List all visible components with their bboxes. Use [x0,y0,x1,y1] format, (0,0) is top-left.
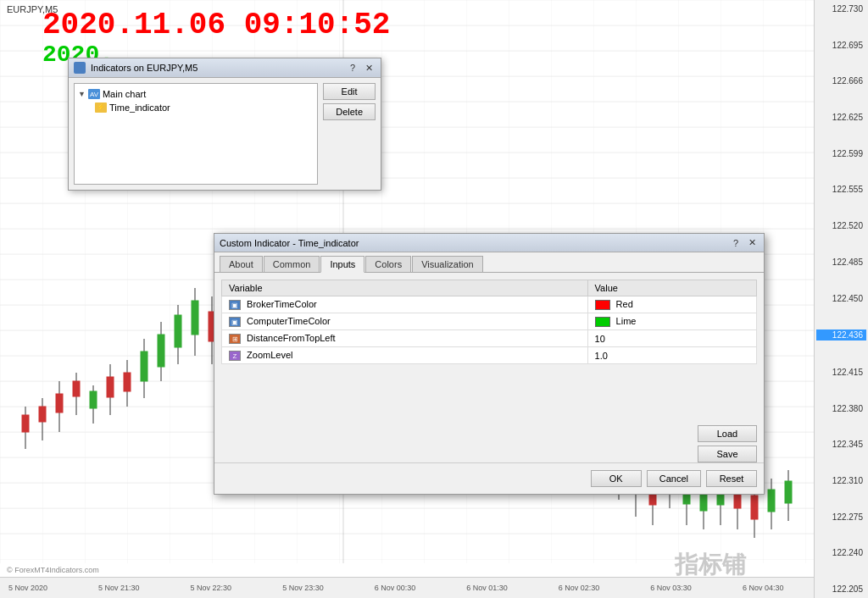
time-indicator-icon: ⚡ [95,102,107,113]
ok-button[interactable]: OK [591,470,642,487]
indicators-dialog-close-button[interactable]: ✕ [363,63,376,74]
table-row[interactable]: ▣ ComputerTimeColor Lime [222,313,757,330]
save-button[interactable]: Save [698,446,757,462]
inputs-table: Variable Value ▣ BrokerTimeColor Red ▣ C… [221,280,757,364]
svg-rect-45 [192,301,198,335]
price-122485: 122.485 [816,257,866,267]
delete-button[interactable]: Delete [323,103,376,120]
reset-button[interactable]: Reset [706,470,757,487]
copyright-label: © ForexMT4Indicators.com [7,566,99,574]
svg-rect-107 [751,496,758,519]
computer-color-icon: ▣ [229,317,241,327]
tab-about[interactable]: About [220,256,263,272]
zoom-icon: Z [229,351,241,361]
table-row[interactable]: ▣ BrokerTimeColor Red [222,296,757,313]
svg-rect-27 [39,407,46,422]
value-broker-time-color[interactable]: Red [587,296,756,313]
tab-colors[interactable]: Colors [365,256,411,272]
time-indicator-label: Time_indicator [109,102,170,113]
price-122555: 122.555 [816,185,866,194]
tree-main-chart[interactable]: ▼ AV Main chart [78,87,314,101]
indicators-dialog: Indicators on EURJPY,M5 ? ✕ ▼ AV Main ch… [68,58,381,191]
indicators-dialog-icon [74,62,86,74]
custom-indicator-close-button[interactable]: ✕ [746,237,759,248]
svg-rect-35 [107,377,114,397]
tab-bar: About Common Inputs Colors Visualization [214,252,764,273]
price-122345: 122.345 [816,440,866,449]
edit-button[interactable]: Edit [323,83,376,100]
table-header-row: Variable Value [222,280,757,296]
cancel-button[interactable]: Cancel [647,470,701,487]
tab-visualization[interactable]: Visualization [412,256,483,272]
svg-rect-43 [175,315,181,347]
table-empty-area [214,371,764,422]
time-label-7: 6 Nov 03:30 [650,584,692,592]
price-122275: 122.275 [816,512,866,522]
price-122695: 122.695 [816,41,866,50]
time-label-1: 5 Nov 21:30 [98,584,140,592]
svg-rect-25 [22,415,29,432]
dialog-footer: OK Cancel Reset [214,462,764,494]
custom-indicator-titlebar: Custom Indicator - Time_indicator ? ✕ [214,234,764,252]
price-122730: 122.730 [816,4,866,14]
tab-inputs[interactable]: Inputs [320,256,364,273]
price-122436-highlight: 122.436 [816,329,866,341]
svg-rect-111 [785,481,792,503]
svg-rect-39 [141,352,147,381]
tree-expand-icon: ▼ [78,90,86,98]
table-row[interactable]: ⊞ DistanceFromTopLeft 10 [222,330,757,347]
price-122380: 122.380 [816,404,866,413]
broker-color-icon: ▣ [229,300,241,310]
indicators-dialog-help-button[interactable]: ? [348,63,358,73]
price-122240: 122.240 [816,548,866,557]
table-row[interactable]: Z ZoomLevel 1.0 [222,347,757,364]
svg-rect-29 [56,394,63,413]
price-122450: 122.450 [816,294,866,303]
svg-rect-37 [124,373,131,391]
time-label-4: 6 Nov 00:30 [375,584,416,592]
red-swatch [595,300,610,310]
column-variable: Variable [222,280,588,296]
time-label-6: 6 Nov 02:30 [559,584,600,592]
custom-indicator-title: Custom Indicator - Time_indicator [220,238,726,248]
load-save-area: Load Save [214,422,764,462]
svg-rect-109 [768,490,775,512]
clock-line1: 2020.11.06 09:10:52 [42,8,390,42]
price-122625: 122.625 [816,113,866,122]
svg-rect-41 [158,335,164,367]
indicators-dialog-buttons: Edit Delete [323,83,376,185]
svg-rect-33 [90,391,97,408]
indicators-dialog-content: ▼ AV Main chart ⚡ Time_indicator Edit De… [69,78,381,190]
price-122520: 122.520 [816,221,866,230]
tab-common[interactable]: Common [264,256,320,272]
custom-indicator-dialog: Custom Indicator - Time_indicator ? ✕ Ab… [214,233,765,495]
price-122415: 122.415 [816,368,866,377]
time-label-5: 6 Nov 01:30 [466,584,508,592]
variable-zoom: Z ZoomLevel [222,347,588,364]
price-122310: 122.310 [816,476,866,485]
variable-distance: ⊞ DistanceFromTopLeft [222,330,588,347]
main-chart-label: Main chart [103,89,146,99]
lime-swatch [595,317,610,327]
time-axis: 5 Nov 2020 5 Nov 21:30 5 Nov 22:30 5 Nov… [0,577,814,598]
price-122666: 122.666 [816,76,866,86]
variable-broker-time-color: ▣ BrokerTimeColor [222,296,588,313]
time-label-3: 5 Nov 23:30 [282,584,324,592]
load-button[interactable]: Load [698,425,757,442]
value-zoom[interactable]: 1.0 [587,347,756,364]
column-value: Value [587,280,756,296]
time-label-0: 5 Nov 2020 [8,584,47,592]
price-122205: 122.205 [816,584,866,594]
price-122599: 122.599 [816,149,866,158]
tree-time-indicator[interactable]: ⚡ Time_indicator [95,101,314,114]
value-computer-time-color[interactable]: Lime [587,313,756,330]
custom-indicator-help-button[interactable]: ? [731,238,741,248]
price-axis: 122.730 122.695 122.666 122.625 122.599 … [814,0,868,598]
indicator-tree: ▼ AV Main chart ⚡ Time_indicator [74,83,318,185]
indicators-dialog-titlebar: Indicators on EURJPY,M5 ? ✕ [69,58,381,78]
value-distance[interactable]: 10 [587,330,756,347]
distance-icon: ⊞ [229,334,241,344]
time-label-2: 5 Nov 22:30 [191,584,232,592]
svg-rect-31 [73,381,80,396]
indicators-dialog-title: Indicators on EURJPY,M5 [91,63,342,73]
